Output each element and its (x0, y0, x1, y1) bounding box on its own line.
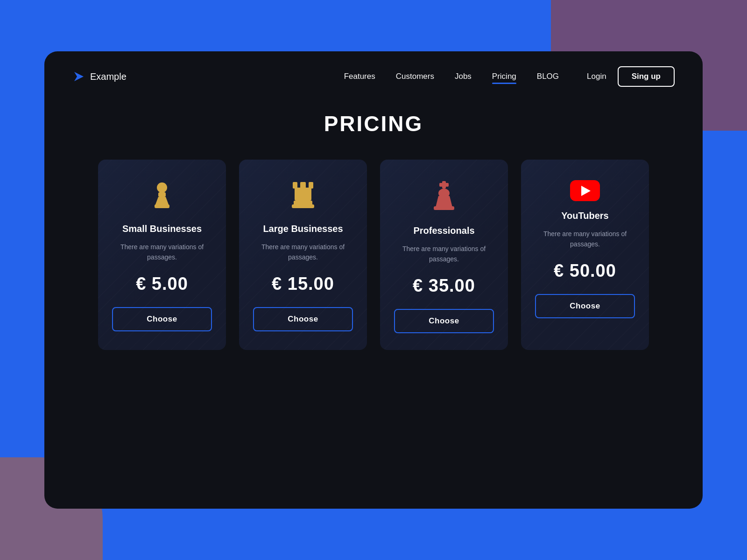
svg-rect-11 (439, 183, 449, 187)
svg-rect-6 (309, 182, 313, 189)
nav-blog[interactable]: BLOG (537, 72, 559, 81)
navbar: Example Features Customers Jobs Pricing … (44, 51, 703, 102)
plan-large-price: € 15.00 (272, 274, 334, 294)
plan-large-businesses: Large Businesses There are many variatio… (239, 160, 367, 350)
page-title: PRICING (324, 111, 423, 136)
svg-rect-4 (293, 182, 297, 189)
svg-marker-0 (74, 72, 84, 81)
plan-pro-choose[interactable]: Choose (394, 309, 494, 333)
content-area: PRICING Small Businesses There are many … (44, 102, 703, 509)
plan-small-title: Small Businesses (122, 224, 202, 234)
nav-pricing[interactable]: Pricing (492, 72, 516, 81)
plan-large-desc: There are many variations of passages. (253, 242, 353, 263)
nav-features[interactable]: Features (344, 72, 375, 81)
plan-pro-desc: There are many variations of passages. (394, 244, 494, 265)
rook-icon (290, 180, 316, 214)
signup-button[interactable]: Sing up (618, 66, 675, 87)
pricing-cards-grid: Small Businesses There are many variatio… (98, 160, 649, 350)
svg-rect-13 (434, 206, 454, 210)
plan-yt-choose[interactable]: Choose (535, 294, 635, 318)
svg-rect-2 (158, 192, 166, 197)
plan-small-choose[interactable]: Choose (112, 307, 212, 331)
logo-text: Example (90, 71, 127, 82)
youtube-icon (570, 180, 600, 201)
main-card: Example Features Customers Jobs Pricing … (44, 51, 703, 509)
plan-small-price: € 5.00 (136, 274, 188, 294)
plan-yt-desc: There are many variations of passages. (535, 229, 635, 250)
plan-small-desc: There are many variations of passages. (112, 242, 212, 263)
plan-small-businesses: Small Businesses There are many variatio… (98, 160, 226, 350)
svg-rect-5 (300, 182, 306, 189)
logo-icon (72, 70, 85, 83)
king-icon (432, 180, 456, 216)
svg-point-1 (157, 182, 167, 193)
plan-professionals: Professionals There are many variations … (380, 160, 508, 350)
nav-actions: Login Sing up (587, 66, 675, 87)
pawn-icon (150, 180, 174, 214)
svg-rect-7 (295, 188, 311, 201)
plan-pro-price: € 35.00 (413, 276, 475, 296)
plan-youtubers: YouTubers There are many variations of p… (521, 160, 649, 350)
svg-rect-3 (155, 204, 169, 208)
plan-pro-title: Professionals (413, 225, 474, 236)
plan-large-title: Large Businesses (263, 224, 343, 234)
login-button[interactable]: Login (587, 72, 606, 81)
nav-links: Features Customers Jobs Pricing BLOG (344, 72, 559, 81)
nav-customers[interactable]: Customers (396, 72, 434, 81)
nav-jobs[interactable]: Jobs (455, 72, 472, 81)
plan-yt-price: € 50.00 (554, 261, 616, 281)
plan-yt-title: YouTubers (561, 210, 608, 221)
plan-large-choose[interactable]: Choose (253, 307, 353, 331)
svg-rect-9 (294, 201, 312, 205)
logo[interactable]: Example (72, 70, 127, 83)
